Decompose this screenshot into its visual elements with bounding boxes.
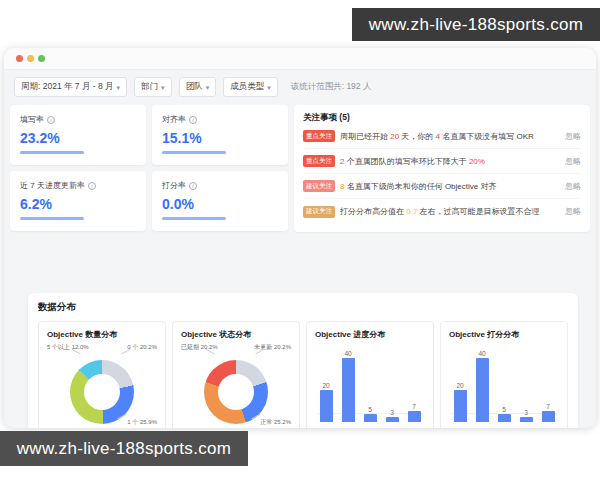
filter-bar: 周期: 2021 年 7 月 - 8 月 ▾ 部门 ▾ 团队 ▾ 成员类型 ▾ … [4, 70, 596, 103]
attention-item: 建议关注8 名直属下级尚未和你的任何 Objective 对齐忽略 [303, 174, 581, 199]
attention-item: 重点关注周期已经开始 20 天，你的 4 名直属下级没有填写 OKR忽略 [303, 124, 581, 149]
attention-panel-title: 关注事项 (5) [303, 112, 581, 124]
chart-title: Objective 打分分布 [449, 329, 559, 340]
bar [454, 390, 467, 422]
charts-row: Objective 数量分布0 个 20.2%1 个 25.9%2-5 个 35… [38, 321, 568, 428]
ignore-button[interactable]: 忽略 [565, 156, 581, 167]
stat-card-fill-rate: 填写率 i 23.2% [10, 105, 146, 165]
bar [364, 414, 377, 422]
stat-label: 填写率 [20, 114, 44, 125]
attention-text: 周期已经开始 20 天，你的 4 名直属下级没有填写 OKR [340, 131, 559, 142]
bar-value-label: 20 [456, 382, 463, 389]
bar [542, 411, 555, 422]
bar [520, 417, 533, 422]
stat-label: 打分率 [162, 180, 186, 191]
chart-card: Objective 打分分布204053700.0-0.30.3-0.60.6-… [440, 321, 568, 428]
period-filter-dropdown[interactable]: 周期: 2021 年 7 月 - 8 月 ▾ [14, 77, 127, 97]
chevron-down-icon: ▾ [267, 84, 271, 91]
attention-badge: 建议关注 [303, 206, 335, 218]
info-icon[interactable]: i [88, 182, 96, 190]
maximize-window-icon[interactable] [38, 55, 45, 62]
bar-chart: 204053700.0-0.30.3-0.60.6-0.90.9+ [449, 344, 559, 428]
donut-hole [84, 374, 120, 410]
department-filter-label: 部门 [141, 81, 158, 93]
chart-title: Objective 进度分布 [315, 329, 425, 340]
donut-hole [218, 374, 254, 410]
stat-underline [20, 217, 84, 220]
bar-value-label: 3 [390, 409, 394, 416]
bar-value-label: 5 [502, 406, 506, 413]
chevron-down-icon: ▾ [206, 84, 210, 91]
stat-value: 23.2% [20, 130, 136, 146]
close-window-icon[interactable] [16, 55, 23, 62]
chevron-down-icon: ▾ [161, 84, 165, 91]
member-type-filter-dropdown[interactable]: 成员类型 ▾ [223, 77, 278, 97]
bar-value-label: 3 [524, 409, 528, 416]
ignore-button[interactable]: 忽略 [565, 181, 581, 192]
attention-text: 2 个直属团队的填写率环比下降大于 20% [340, 156, 559, 167]
stat-value: 15.1% [162, 130, 278, 146]
team-filter-dropdown[interactable]: 团队 ▾ [179, 77, 217, 97]
stat-card-align-rate: 对齐率 i 15.1% [152, 105, 288, 165]
bar [498, 414, 511, 422]
team-filter-label: 团队 [186, 81, 203, 93]
attention-item: 重点关注2 个直属团队的填写率环比下降大于 20%忽略 [303, 149, 581, 174]
attention-panel: 关注事项 (5) 重点关注周期已经开始 20 天，你的 4 名直属下级没有填写 … [294, 105, 590, 232]
pie-slice-label: 5 个以上 12.0% [47, 343, 89, 352]
chart-title: Objective 状态分布 [181, 329, 291, 340]
pie-slice-label: 0 个 20.2% [127, 343, 157, 352]
window-titlebar [4, 48, 596, 70]
stat-underline [162, 217, 226, 220]
donut-chart: 未更新 20.2%正常 25.2%有风险 35.2%已延期 20.2% [181, 340, 291, 428]
bar-value-label: 40 [344, 350, 351, 357]
attention-badge: 建议关注 [303, 180, 335, 192]
bar-value-label: 5 [368, 406, 372, 413]
chart-card: Objective 状态分布未更新 20.2%正常 25.2%有风险 35.2%… [172, 321, 300, 428]
pie-slice-label: 1 个 25.9% [127, 418, 157, 427]
bar [408, 411, 421, 422]
info-icon[interactable]: i [47, 116, 55, 124]
stat-card-score-rate: 打分率 i 0.0% [152, 171, 288, 231]
stat-underline [162, 151, 226, 154]
attention-badge: 重点关注 [303, 155, 335, 167]
bar [320, 390, 333, 422]
donut-chart: 0 个 20.2%1 个 25.9%2-5 个 35.2%5 个以上 12.0% [47, 340, 157, 428]
ignore-button[interactable]: 忽略 [565, 131, 581, 142]
chevron-down-icon: ▾ [117, 84, 121, 91]
stat-value: 0.0% [162, 196, 278, 212]
ignore-button[interactable]: 忽略 [565, 206, 581, 217]
bar-chart: 20405370%0-30%30-60%60-90%90%+ [315, 344, 425, 428]
attention-item: 建议关注打分分布高分值在 0.7 左右，过高可能是目标设置不合理忽略 [303, 199, 581, 224]
attention-badge: 重点关注 [303, 130, 335, 142]
attention-text: 打分分布高分值在 0.7 左右，过高可能是目标设置不合理 [340, 206, 559, 217]
watermark-top: www.zh-live-188sports.com [352, 8, 600, 41]
chart-card: Objective 进度分布20405370%0-30%30-60%60-90%… [306, 321, 434, 428]
bar [476, 358, 489, 422]
stat-underline [20, 151, 84, 154]
bar-value-label: 7 [546, 403, 550, 410]
member-type-filter-label: 成员类型 [230, 81, 264, 93]
pie-slice-label: 已延期 20.2% [181, 343, 218, 352]
info-icon[interactable]: i [189, 182, 197, 190]
attention-text: 8 名直属下级尚未和你的任何 Objective 对齐 [340, 181, 559, 192]
bar-value-label: 20 [322, 382, 329, 389]
stats-grid: 填写率 i 23.2% 对齐率 i 15.1% 近 7 天进度更新率 i [10, 105, 288, 231]
stat-value: 6.2% [20, 196, 136, 212]
department-filter-dropdown[interactable]: 部门 ▾ [134, 77, 172, 97]
bar-value-label: 7 [412, 403, 416, 410]
bar [386, 417, 399, 422]
pie-slice-label: 正常 25.2% [260, 418, 291, 427]
period-filter-label: 周期: 2021 年 7 月 - 8 月 [21, 81, 114, 93]
attention-list: 重点关注周期已经开始 20 天，你的 4 名直属下级没有填写 OKR忽略重点关注… [303, 124, 581, 224]
minimize-window-icon[interactable] [27, 55, 34, 62]
distribution-section-title: 数据分布 [38, 301, 568, 314]
distribution-section: 数据分布 Objective 数量分布0 个 20.2%1 个 25.9%2-5… [28, 293, 578, 428]
stat-label: 近 7 天进度更新率 [20, 180, 85, 191]
stat-label: 对齐率 [162, 114, 186, 125]
stat-card-progress-update-rate: 近 7 天进度更新率 i 6.2% [10, 171, 146, 231]
chart-title: Objective 数量分布 [47, 329, 157, 340]
bar [342, 358, 355, 422]
chart-card: Objective 数量分布0 个 20.2%1 个 25.9%2-5 个 35… [38, 321, 166, 428]
info-icon[interactable]: i [189, 116, 197, 124]
watermark-bottom: www.zh-live-188sports.com [0, 431, 248, 466]
